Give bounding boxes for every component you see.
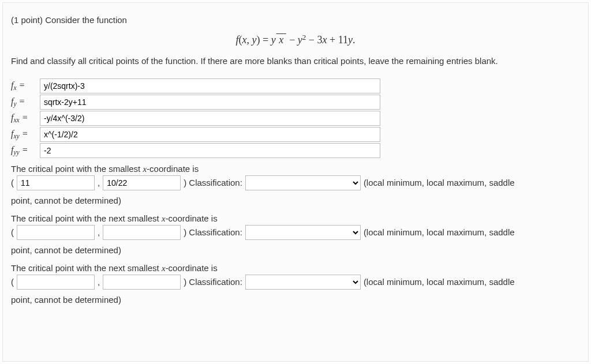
fy-row: fy = xyxy=(11,95,580,110)
prompt-line-2: Find and classify all critical points of… xyxy=(11,54,580,68)
critical-point-x-input[interactable] xyxy=(17,225,95,240)
critical-point-y-input[interactable] xyxy=(103,275,181,290)
critical-point-x-input[interactable] xyxy=(17,175,95,190)
problem-container: (1 point) Consider the function f(x, y) … xyxy=(2,2,589,362)
paren-open: ( xyxy=(11,227,14,237)
critical-point-input-line: (,) Classification:(local minimum, local… xyxy=(11,175,580,190)
critical-point-input-line: (,) Classification:(local minimum, local… xyxy=(11,275,580,290)
classification-label: ) Classification: xyxy=(184,227,242,237)
critical-point-intro: The critical point with the next smalles… xyxy=(11,213,580,224)
fyy-input[interactable] xyxy=(40,143,380,158)
fyy-row: fyy = xyxy=(11,143,580,158)
paren-open: ( xyxy=(11,178,14,187)
fxy-label: fxy = xyxy=(11,129,36,140)
critical-point-input-line: (,) Classification:(local minimum, local… xyxy=(11,225,580,240)
classification-hint: (local minimum, local maximum, saddle xyxy=(364,277,515,287)
comma-separator: , xyxy=(98,178,100,187)
fy-label: fy = xyxy=(11,96,36,107)
fy-input[interactable] xyxy=(40,95,380,110)
critical-point-y-input[interactable] xyxy=(103,175,181,190)
classification-hint-line2: point, cannot be determined) xyxy=(11,243,580,257)
classification-select[interactable] xyxy=(245,175,361,190)
critical-point-intro: The critical point with the next smalles… xyxy=(11,263,580,273)
paren-open: ( xyxy=(11,277,14,287)
critical-point-block: The critical point with the smallest x-c… xyxy=(11,164,580,208)
classification-hint-line2: point, cannot be determined) xyxy=(11,293,580,307)
fxy-input[interactable] xyxy=(40,127,380,142)
classification-label: ) Classification: xyxy=(184,277,242,287)
fxx-row: fxx = xyxy=(11,111,580,126)
points-label: (1 point) xyxy=(11,15,45,25)
classification-hint: (local minimum, local maximum, saddle xyxy=(364,227,515,237)
prompt-text-1: Consider the function xyxy=(45,15,127,25)
comma-separator: , xyxy=(98,227,100,237)
classification-label: ) Classification: xyxy=(184,178,242,187)
fxx-input[interactable] xyxy=(40,111,380,126)
critical-point-x-input[interactable] xyxy=(17,275,95,290)
fx-label: fx = xyxy=(11,80,36,91)
critical-point-block: The critical point with the next smalles… xyxy=(11,263,580,307)
fyy-label: fyy = xyxy=(11,145,36,156)
comma-separator: , xyxy=(98,277,100,287)
classification-hint: (local minimum, local maximum, saddle xyxy=(364,178,515,187)
fx-input[interactable] xyxy=(40,78,380,93)
critical-point-intro: The critical point with the smallest x-c… xyxy=(11,164,580,174)
critical-point-block: The critical point with the next smalles… xyxy=(11,213,580,257)
classification-select[interactable] xyxy=(245,275,361,290)
classification-hint-line2: point, cannot be determined) xyxy=(11,194,580,208)
equation-display: f(x, y) = y x − y2 − 3x + 11y. xyxy=(11,33,580,46)
prompt-line-1: (1 point) Consider the function xyxy=(11,13,580,27)
classification-select[interactable] xyxy=(245,225,361,240)
critical-point-y-input[interactable] xyxy=(103,225,181,240)
fx-row: fx = xyxy=(11,78,580,93)
fxx-label: fxx = xyxy=(11,112,36,123)
fxy-row: fxy = xyxy=(11,127,580,142)
